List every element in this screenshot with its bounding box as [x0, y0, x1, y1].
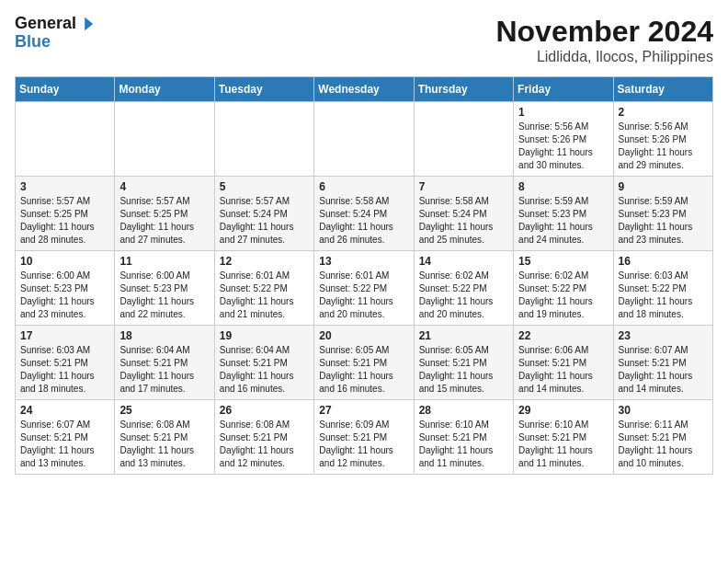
calendar-cell: 16Sunrise: 6:03 AM Sunset: 5:22 PM Dayli…	[613, 251, 712, 326]
day-info: Sunrise: 6:07 AM Sunset: 5:21 PM Dayligh…	[20, 419, 109, 470]
day-number: 24	[20, 404, 109, 417]
calendar-cell: 23Sunrise: 6:07 AM Sunset: 5:21 PM Dayli…	[613, 326, 712, 400]
calendar-week-3: 10Sunrise: 6:00 AM Sunset: 5:23 PM Dayli…	[16, 251, 713, 326]
calendar-cell: 19Sunrise: 6:04 AM Sunset: 5:21 PM Dayli…	[214, 326, 313, 400]
day-number: 30	[619, 404, 708, 417]
calendar-cell: 17Sunrise: 6:03 AM Sunset: 5:21 PM Dayli…	[16, 326, 115, 400]
day-number: 3	[20, 180, 109, 193]
calendar-cell: 15Sunrise: 6:02 AM Sunset: 5:22 PM Dayli…	[514, 251, 613, 326]
calendar-header-thursday: Thursday	[414, 77, 513, 102]
calendar-cell: 12Sunrise: 6:01 AM Sunset: 5:22 PM Dayli…	[214, 251, 313, 326]
calendar-header-friday: Friday	[514, 77, 613, 102]
calendar-cell	[16, 102, 115, 177]
day-number: 1	[518, 106, 608, 119]
calendar-cell: 5Sunrise: 5:57 AM Sunset: 5:24 PM Daylig…	[214, 177, 313, 251]
svg-marker-0	[85, 17, 93, 30]
logo-general: General	[15, 15, 76, 33]
location-title: Lidlidda, Ilocos, Philippines	[495, 49, 713, 65]
calendar-cell	[115, 102, 214, 177]
calendar-cell: 10Sunrise: 6:00 AM Sunset: 5:23 PM Dayli…	[16, 251, 115, 326]
day-info: Sunrise: 5:59 AM Sunset: 5:23 PM Dayligh…	[619, 195, 708, 247]
logo: General Blue	[15, 15, 95, 52]
day-info: Sunrise: 6:09 AM Sunset: 5:21 PM Dayligh…	[319, 419, 408, 470]
day-info: Sunrise: 6:05 AM Sunset: 5:21 PM Dayligh…	[319, 344, 408, 396]
calendar-cell: 11Sunrise: 6:00 AM Sunset: 5:23 PM Dayli…	[115, 251, 214, 326]
calendar-cell: 24Sunrise: 6:07 AM Sunset: 5:21 PM Dayli…	[16, 400, 115, 475]
day-number: 8	[518, 180, 608, 193]
calendar-header-sunday: Sunday	[16, 77, 115, 102]
day-number: 4	[119, 180, 209, 193]
calendar-cell: 20Sunrise: 6:05 AM Sunset: 5:21 PM Dayli…	[314, 326, 414, 400]
calendar-week-4: 17Sunrise: 6:03 AM Sunset: 5:21 PM Dayli…	[16, 326, 713, 400]
day-info: Sunrise: 6:00 AM Sunset: 5:23 PM Dayligh…	[119, 270, 209, 321]
day-number: 16	[619, 255, 708, 268]
day-info: Sunrise: 5:57 AM Sunset: 5:25 PM Dayligh…	[119, 195, 209, 247]
calendar-cell: 18Sunrise: 6:04 AM Sunset: 5:21 PM Dayli…	[115, 326, 214, 400]
calendar-cell	[214, 102, 313, 177]
day-info: Sunrise: 5:57 AM Sunset: 5:25 PM Dayligh…	[20, 195, 109, 247]
day-number: 17	[20, 329, 109, 342]
calendar-cell: 3Sunrise: 5:57 AM Sunset: 5:25 PM Daylig…	[16, 177, 115, 251]
day-number: 13	[319, 255, 408, 268]
day-info: Sunrise: 5:58 AM Sunset: 5:24 PM Dayligh…	[319, 195, 408, 247]
calendar-header-monday: Monday	[115, 77, 214, 102]
day-number: 6	[319, 180, 408, 193]
day-info: Sunrise: 6:05 AM Sunset: 5:21 PM Dayligh…	[419, 344, 508, 396]
day-info: Sunrise: 6:03 AM Sunset: 5:21 PM Dayligh…	[20, 344, 109, 396]
calendar-cell: 28Sunrise: 6:10 AM Sunset: 5:21 PM Dayli…	[414, 400, 513, 475]
day-info: Sunrise: 6:07 AM Sunset: 5:21 PM Dayligh…	[619, 344, 708, 396]
day-info: Sunrise: 6:02 AM Sunset: 5:22 PM Dayligh…	[419, 270, 508, 321]
calendar-table: SundayMondayTuesdayWednesdayThursdayFrid…	[15, 76, 713, 475]
day-info: Sunrise: 5:59 AM Sunset: 5:23 PM Dayligh…	[518, 195, 608, 247]
calendar-cell: 25Sunrise: 6:08 AM Sunset: 5:21 PM Dayli…	[115, 400, 214, 475]
day-info: Sunrise: 5:57 AM Sunset: 5:24 PM Dayligh…	[220, 195, 309, 247]
day-number: 20	[319, 329, 408, 342]
day-info: Sunrise: 6:00 AM Sunset: 5:23 PM Dayligh…	[20, 270, 109, 321]
day-info: Sunrise: 5:56 AM Sunset: 5:26 PM Dayligh…	[518, 121, 608, 172]
calendar-week-2: 3Sunrise: 5:57 AM Sunset: 5:25 PM Daylig…	[16, 177, 713, 251]
day-number: 29	[518, 404, 608, 417]
day-number: 28	[419, 404, 508, 417]
calendar-cell	[414, 102, 513, 177]
day-number: 10	[20, 255, 109, 268]
day-number: 7	[419, 180, 508, 193]
calendar-cell: 14Sunrise: 6:02 AM Sunset: 5:22 PM Dayli…	[414, 251, 513, 326]
calendar-cell: 2Sunrise: 5:56 AM Sunset: 5:26 PM Daylig…	[613, 102, 712, 177]
day-info: Sunrise: 6:10 AM Sunset: 5:21 PM Dayligh…	[518, 419, 608, 470]
day-info: Sunrise: 6:01 AM Sunset: 5:22 PM Dayligh…	[220, 270, 309, 321]
calendar-cell: 26Sunrise: 6:08 AM Sunset: 5:21 PM Dayli…	[214, 400, 313, 475]
day-number: 2	[619, 106, 708, 119]
calendar-header-wednesday: Wednesday	[314, 77, 414, 102]
day-number: 21	[419, 329, 508, 342]
month-title: November 2024	[495, 15, 713, 49]
day-number: 12	[220, 255, 309, 268]
logo-blue: Blue	[15, 33, 95, 52]
day-info: Sunrise: 6:03 AM Sunset: 5:22 PM Dayligh…	[619, 270, 708, 321]
day-info: Sunrise: 5:56 AM Sunset: 5:26 PM Dayligh…	[619, 121, 708, 172]
calendar-cell: 8Sunrise: 5:59 AM Sunset: 5:23 PM Daylig…	[514, 177, 613, 251]
day-number: 27	[319, 404, 408, 417]
calendar-week-1: 1Sunrise: 5:56 AM Sunset: 5:26 PM Daylig…	[16, 102, 713, 177]
day-number: 26	[220, 404, 309, 417]
day-info: Sunrise: 6:11 AM Sunset: 5:21 PM Dayligh…	[619, 419, 708, 470]
day-number: 14	[419, 255, 508, 268]
calendar-header-saturday: Saturday	[613, 77, 712, 102]
day-info: Sunrise: 6:04 AM Sunset: 5:21 PM Dayligh…	[220, 344, 309, 396]
day-info: Sunrise: 5:58 AM Sunset: 5:24 PM Dayligh…	[419, 195, 508, 247]
day-info: Sunrise: 6:08 AM Sunset: 5:21 PM Dayligh…	[119, 419, 209, 470]
day-number: 23	[619, 329, 708, 342]
title-block: November 2024 Lidlidda, Ilocos, Philippi…	[495, 15, 713, 65]
calendar-week-5: 24Sunrise: 6:07 AM Sunset: 5:21 PM Dayli…	[16, 400, 713, 475]
day-number: 11	[119, 255, 209, 268]
day-info: Sunrise: 6:01 AM Sunset: 5:22 PM Dayligh…	[319, 270, 408, 321]
calendar-cell	[314, 102, 414, 177]
calendar-header-tuesday: Tuesday	[214, 77, 313, 102]
day-number: 25	[119, 404, 209, 417]
day-number: 15	[518, 255, 608, 268]
calendar-cell: 7Sunrise: 5:58 AM Sunset: 5:24 PM Daylig…	[414, 177, 513, 251]
day-info: Sunrise: 6:08 AM Sunset: 5:21 PM Dayligh…	[220, 419, 309, 470]
day-info: Sunrise: 6:10 AM Sunset: 5:21 PM Dayligh…	[419, 419, 508, 470]
logo-icon	[78, 16, 95, 32]
calendar-cell: 13Sunrise: 6:01 AM Sunset: 5:22 PM Dayli…	[314, 251, 414, 326]
calendar-cell: 1Sunrise: 5:56 AM Sunset: 5:26 PM Daylig…	[514, 102, 613, 177]
